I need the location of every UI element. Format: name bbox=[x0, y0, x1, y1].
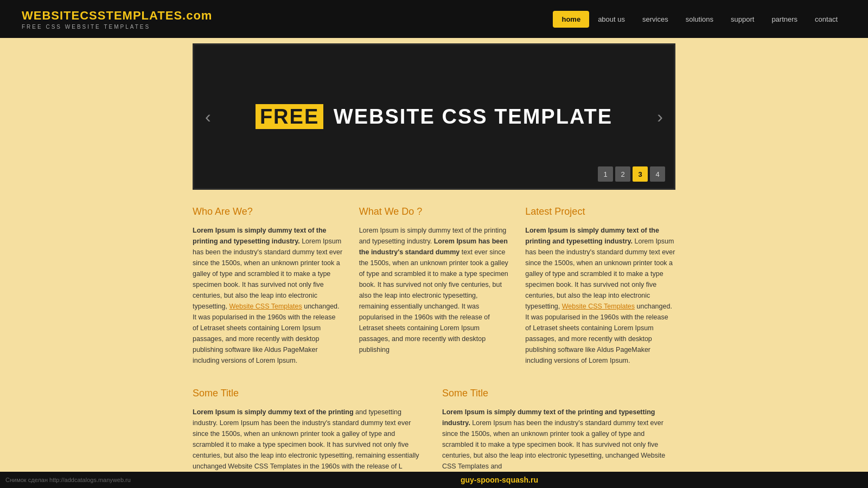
slider-content: FREE WEBSITE CSS TEMPLATE bbox=[256, 105, 612, 129]
footer-domain: guy-spoon-squash.ru bbox=[131, 476, 868, 484]
nav-item-contact[interactable]: contact bbox=[806, 11, 846, 28]
slider-title-rest: WEBSITE CSS TEMPLATE bbox=[327, 105, 612, 128]
section-body-who: Lorem Ipsum is simply dummy text of the … bbox=[193, 225, 343, 366]
bold-text-2: Lorem Ipsum has been the industry's stan… bbox=[359, 237, 508, 256]
bold-text-3: Lorem Ipsum is simply dummy text of the … bbox=[525, 227, 659, 245]
slider-pagination: 1234 bbox=[598, 166, 665, 182]
nav-item-about-us[interactable]: about us bbox=[589, 11, 634, 28]
link-website-css-1[interactable]: Website CSS Templates bbox=[229, 303, 302, 310]
bold-text-1: Lorem Ipsum is simply dummy text of the … bbox=[193, 227, 327, 245]
slider-page-2[interactable]: 2 bbox=[615, 166, 630, 182]
section-title-who: Who Are We? bbox=[193, 206, 343, 217]
slider-prev-arrow[interactable]: ‹ bbox=[200, 101, 216, 132]
slider-next-arrow[interactable]: › bbox=[652, 101, 668, 132]
section-title-what: What We Do ? bbox=[359, 206, 509, 217]
slider-page-4[interactable]: 4 bbox=[650, 166, 665, 182]
bottom-section-right: Some Title Lorem Ipsum is simply dummy t… bbox=[442, 382, 675, 477]
bottom-bold-left: Lorem Ipsum is simply dummy text of the … bbox=[193, 408, 354, 416]
section-what-we-do: What We Do ? Lorem Ipsum is simply dummy… bbox=[359, 201, 509, 371]
bottom-title-left: Some Title bbox=[193, 388, 426, 399]
nav-item-partners[interactable]: partners bbox=[763, 11, 806, 28]
hero-slider: ‹ FREE WEBSITE CSS TEMPLATE › 1234 bbox=[193, 43, 675, 190]
logo: WEBSITECSSTEMPLATES.com bbox=[22, 9, 212, 23]
section-body-what: Lorem Ipsum is simply dummy text of the … bbox=[359, 225, 509, 355]
nav-item-support[interactable]: support bbox=[722, 11, 763, 28]
bottom-body-left: Lorem Ipsum is simply dummy text of the … bbox=[193, 407, 426, 472]
logo-suffix: .com bbox=[182, 9, 212, 22]
nav-item-services[interactable]: services bbox=[634, 11, 677, 28]
section-latest-project: Latest Project Lorem Ipsum is simply dum… bbox=[525, 201, 675, 371]
main-wrapper: ‹ FREE WEBSITE CSS TEMPLATE › 1234 Who A… bbox=[193, 38, 675, 488]
content-area: Who Are We? Lorem Ipsum is simply dummy … bbox=[193, 201, 675, 371]
logo-tagline: FREE CSS WEBSITE TEMPLATES bbox=[22, 24, 212, 30]
footer-bar: Снимок сделан http://addcatalogs.manyweb… bbox=[0, 472, 868, 488]
bottom-body-right: Lorem Ipsum is simply dummy text of the … bbox=[442, 407, 675, 472]
section-who-are-we: Who Are We? Lorem Ipsum is simply dummy … bbox=[193, 201, 343, 371]
slider-page-3[interactable]: 3 bbox=[633, 166, 648, 182]
nav-item-solutions[interactable]: solutions bbox=[677, 11, 722, 28]
bottom-title-right: Some Title bbox=[442, 388, 675, 399]
footer-screenshot-text: Снимок сделан http://addcatalogs.manyweb… bbox=[0, 477, 131, 483]
section-body-latest: Lorem Ipsum is simply dummy text of the … bbox=[525, 225, 675, 366]
main-nav: homeabout usservicessolutionssupportpart… bbox=[212, 11, 846, 28]
slider-title: FREE WEBSITE CSS TEMPLATE bbox=[256, 105, 612, 129]
logo-area: WEBSITECSSTEMPLATES.com FREE CSS WEBSITE… bbox=[22, 9, 212, 30]
bottom-area: Some Title Lorem Ipsum is simply dummy t… bbox=[193, 382, 675, 477]
logo-text-main: WEBSITECSSTEMPLATES bbox=[22, 9, 182, 22]
bottom-bold-right: Lorem Ipsum is simply dummy text of the … bbox=[442, 408, 655, 427]
slider-highlight: FREE bbox=[256, 104, 323, 129]
link-website-css-2[interactable]: Website CSS Templates bbox=[562, 303, 635, 310]
section-title-latest: Latest Project bbox=[525, 206, 675, 217]
header: WEBSITECSSTEMPLATES.com FREE CSS WEBSITE… bbox=[0, 0, 868, 38]
nav-item-home[interactable]: home bbox=[553, 11, 589, 28]
slider-page-1[interactable]: 1 bbox=[598, 166, 613, 182]
bottom-section-left: Some Title Lorem Ipsum is simply dummy t… bbox=[193, 382, 426, 477]
